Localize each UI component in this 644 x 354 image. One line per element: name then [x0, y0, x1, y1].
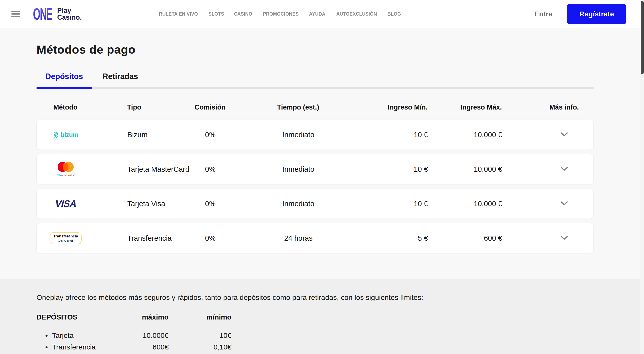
deposit-withdraw-tabs: Depósitos Retiradas: [36, 72, 594, 89]
column-header-tiempo: Tiempo (est.): [245, 103, 351, 111]
chevron-down-icon: [560, 201, 568, 205]
table-row-transferencia: Transferencia bancaria Transferencia 0% …: [36, 223, 594, 253]
limits-col-maximo: máximo: [119, 313, 169, 321]
active-tab-indicator: [36, 87, 92, 89]
method-time: Inmediato: [246, 165, 351, 173]
method-max: 10.000 €: [429, 165, 505, 173]
limit-item-max: 600€: [119, 343, 169, 351]
method-name: Bizum: [95, 131, 175, 139]
nav-item-promociones[interactable]: PROMOCIONES: [263, 11, 299, 17]
method-fee: 0%: [175, 131, 246, 139]
nav-item-casino[interactable]: CASINO: [234, 11, 252, 17]
visa-logo: VISA: [55, 198, 77, 209]
column-header-ingreso-min: Ingreso Mín.: [351, 103, 429, 111]
top-navigation-bar: ONE Play Casino. RULETA EN VIVO SLOTS CA…: [0, 0, 644, 28]
main-nav: RULETA EN VIVO SLOTS CASINO PROMOCIONES …: [157, 11, 402, 17]
limits-info-section: Oneplay ofrece los métodos más seguros y…: [0, 279, 644, 354]
logo-text-casino: Casino.: [57, 14, 82, 21]
login-link[interactable]: Entra: [534, 10, 552, 18]
expand-row-button[interactable]: [558, 199, 571, 209]
page-title: Métodos de pago: [36, 43, 644, 56]
expand-row-button[interactable]: [558, 130, 571, 140]
bizum-figure-icon: [53, 131, 59, 138]
column-header-mas-info: Más info.: [504, 103, 594, 111]
tab-retiradas[interactable]: Retiradas: [97, 72, 143, 87]
limit-item-label: Tarjeta: [36, 331, 119, 340]
method-time: 24 horas: [246, 234, 351, 242]
method-name: Transferencia: [95, 234, 175, 242]
chevron-down-icon: [560, 132, 568, 136]
tab-underline-track: [36, 87, 594, 89]
table-row-mastercard: mastercard Tarjeta MasterCard 0% Inmedia…: [36, 154, 594, 184]
deposits-limits-table: DEPÓSITOS máximo mínimo Tarjeta 10.000€ …: [36, 313, 644, 351]
mastercard-circles-icon: [58, 162, 74, 172]
method-name: Tarjeta MasterCard: [95, 165, 175, 173]
chevron-down-icon: [560, 167, 568, 171]
hamburger-menu-icon[interactable]: [11, 11, 20, 17]
method-min: 5 €: [351, 234, 429, 242]
logo-one-mark: ONE: [33, 5, 52, 23]
limit-item-label: Transferencia: [36, 343, 119, 351]
method-max: 10.000 €: [429, 200, 505, 208]
method-time: Inmediato: [246, 131, 351, 139]
vertical-scrollbar[interactable]: [640, 0, 644, 354]
method-min: 10 €: [351, 165, 429, 173]
logo-text-play: Play: [57, 7, 82, 14]
method-fee: 0%: [175, 200, 246, 208]
expand-row-button[interactable]: [558, 164, 571, 174]
mastercard-logo: mastercard: [57, 162, 75, 176]
limits-intro-text: Oneplay ofrece los métodos más seguros y…: [36, 293, 644, 302]
method-max: 10.000 €: [429, 131, 505, 139]
bizum-logo: bizum: [53, 131, 78, 138]
limits-section-title: DEPÓSITOS: [36, 313, 119, 321]
nav-item-autoexclusion[interactable]: AUTOEXCLUSIÓN: [336, 11, 377, 17]
limit-item-min: 0,10€: [169, 343, 231, 351]
payment-methods-section: Métodos de pago Depósitos Retiradas Méto…: [0, 28, 644, 279]
chevron-down-icon: [560, 236, 568, 240]
nav-item-ruleta-en-vivo[interactable]: RULETA EN VIVO: [159, 11, 198, 17]
nav-item-blog[interactable]: BLOG: [388, 11, 401, 17]
table-row-visa: VISA Tarjeta Visa 0% Inmediato 10 € 10.0…: [36, 189, 594, 219]
method-time: Inmediato: [246, 200, 351, 208]
expand-row-button[interactable]: [558, 233, 571, 243]
scrollbar-thumb[interactable]: [641, 1, 644, 74]
nav-item-slots[interactable]: SLOTS: [209, 11, 224, 17]
table-header-row: Método Tipo Comisión Tiempo (est.) Ingre…: [36, 99, 594, 115]
method-fee: 0%: [175, 165, 246, 173]
method-min: 10 €: [351, 131, 429, 139]
column-header-comision: Comisión: [175, 103, 245, 111]
register-button[interactable]: Regístrate: [567, 4, 626, 24]
nav-item-ayuda[interactable]: AYUDA: [309, 11, 326, 17]
method-name: Tarjeta Visa: [95, 200, 175, 208]
table-row-bizum: bizum Bizum 0% Inmediato 10 € 10.000 €: [36, 120, 594, 150]
method-max: 600 €: [429, 234, 505, 242]
transferencia-bancaria-logo: Transferencia bancaria: [50, 232, 82, 244]
tab-depositos[interactable]: Depósitos: [36, 72, 92, 87]
column-header-tipo: Tipo: [94, 103, 175, 111]
limit-item-max: 10.000€: [119, 331, 169, 340]
limits-col-minimo: mínimo: [169, 313, 231, 321]
oneplay-casino-logo[interactable]: ONE Play Casino.: [33, 5, 82, 23]
column-header-ingreso-max: Ingreso Máx.: [429, 103, 504, 111]
method-fee: 0%: [175, 234, 246, 242]
limit-item-min: 10€: [169, 331, 231, 340]
method-min: 10 €: [351, 200, 429, 208]
column-header-metodo: Método: [36, 103, 94, 111]
payment-methods-list: bizum Bizum 0% Inmediato 10 € 10.000 €: [36, 120, 644, 253]
